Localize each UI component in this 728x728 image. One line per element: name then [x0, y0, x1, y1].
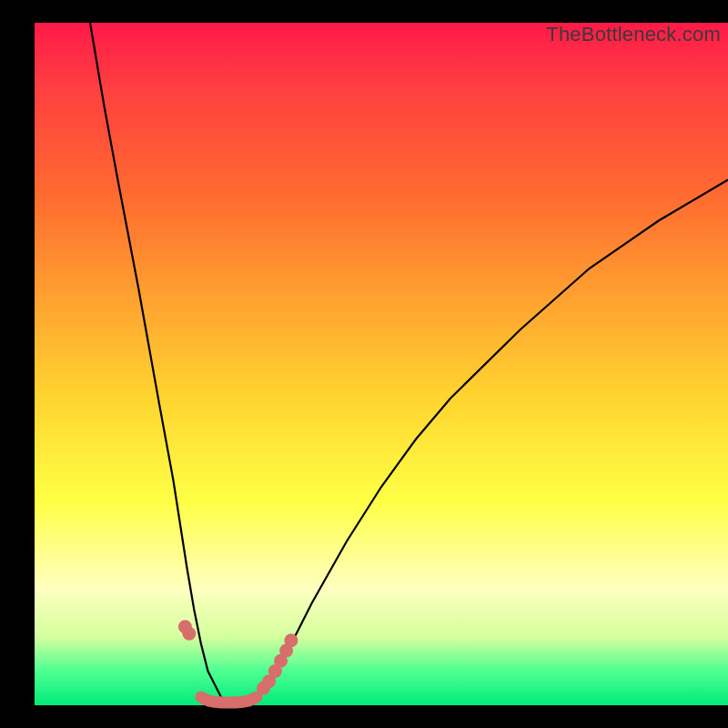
- curve-marker: [284, 633, 298, 647]
- marker-cluster-left: [178, 620, 197, 641]
- chart-frame: TheBottleneck.com: [0, 0, 728, 728]
- curve-marker: [182, 627, 196, 641]
- plot-area: TheBottleneck.com: [35, 23, 728, 705]
- curve-svg: [35, 23, 728, 705]
- bottleneck-curve: [90, 23, 728, 705]
- marker-cluster-right: [257, 633, 298, 695]
- bottom-band: [201, 697, 257, 703]
- watermark-text: TheBottleneck.com: [546, 23, 721, 46]
